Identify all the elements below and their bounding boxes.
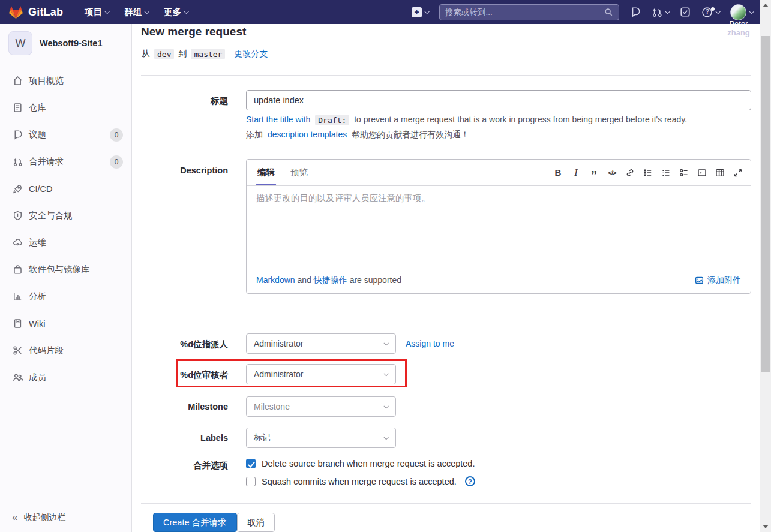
- sidebar-item-operations[interactable]: 运维: [0, 229, 131, 256]
- source-branch-badge: dev: [154, 49, 174, 59]
- search-icon: [604, 8, 613, 17]
- code-icon[interactable]: </>: [604, 165, 620, 181]
- brand-name: GitLab: [28, 6, 63, 19]
- create-merge-request-button[interactable]: Create 合并请求: [153, 513, 237, 532]
- project-sidebar: W Websoft9-Site1 项目概览 仓库 议题 0: [0, 24, 132, 532]
- squash-commits-checkbox[interactable]: [246, 477, 256, 486]
- italic-icon[interactable]: I: [568, 165, 584, 181]
- description-editor: 编辑 预览 B I ” </>: [246, 159, 751, 294]
- assignee-select[interactable]: Administrator: [246, 333, 396, 354]
- sidebar-item-cicd[interactable]: CI/CD: [0, 175, 131, 202]
- task-list-icon[interactable]: [676, 165, 692, 181]
- squash-help-icon[interactable]: ?: [465, 476, 475, 486]
- description-templates-link[interactable]: description templates: [268, 130, 347, 139]
- collapsible-section-icon[interactable]: [694, 165, 710, 181]
- user-menu[interactable]: Peter zhang: [730, 4, 753, 20]
- description-label: Description: [141, 166, 228, 175]
- editor-toolbar: 编辑 预览 B I ” </>: [247, 160, 751, 186]
- quick-actions-link[interactable]: 快捷操作: [314, 275, 347, 285]
- bullet-list-icon[interactable]: [640, 165, 656, 181]
- cancel-button[interactable]: 取消: [237, 513, 275, 532]
- reviewer-label: %d位审核者: [141, 369, 228, 381]
- shield-icon: [12, 211, 23, 221]
- title-help: Start the title with Draft: to prevent a…: [246, 115, 687, 124]
- global-search[interactable]: [439, 4, 619, 20]
- collapse-sidebar-button[interactable]: « 收起侧边栏: [0, 503, 131, 532]
- quote-icon[interactable]: ”: [586, 165, 602, 181]
- link-icon[interactable]: [622, 165, 638, 181]
- sidebar-item-issues[interactable]: 议题 0: [0, 121, 131, 148]
- rocket-icon: [12, 184, 23, 194]
- sidebar-item-wiki[interactable]: Wiki: [0, 310, 131, 337]
- project-name: Websoft9-Site1: [40, 38, 102, 48]
- change-branches-link[interactable]: 更改分支: [234, 49, 268, 59]
- nav-item-projects[interactable]: 项目: [85, 7, 109, 18]
- tanuki-icon: [8, 5, 23, 19]
- chart-icon: [12, 291, 23, 302]
- todos-icon[interactable]: [680, 7, 691, 17]
- title-label: 标题: [141, 95, 228, 107]
- plus-icon: +: [412, 7, 422, 17]
- merge-request-icon: [12, 157, 23, 167]
- title-input[interactable]: [246, 90, 751, 110]
- project-context[interactable]: W Websoft9-Site1: [0, 24, 131, 62]
- issues-icon[interactable]: [630, 7, 641, 17]
- sidebar-menu: 项目概览 仓库 议题 0 合并请求 0 CI/CD: [0, 67, 131, 391]
- merge-options-label: 合并选项: [141, 460, 228, 471]
- labels-label: Labels: [141, 433, 228, 443]
- numbered-list-icon[interactable]: [658, 165, 674, 181]
- sidebar-item-analytics[interactable]: 分析: [0, 283, 131, 310]
- search-input[interactable]: [445, 8, 604, 17]
- delete-source-branch-checkbox[interactable]: [246, 459, 256, 468]
- reviewer-select[interactable]: Administrator: [246, 364, 396, 384]
- page-title: New merge request: [141, 25, 246, 38]
- sidebar-item-merge-requests[interactable]: 合并请求 0: [0, 148, 131, 175]
- sidebar-item-security[interactable]: 安全与合规: [0, 202, 131, 229]
- user-avatar[interactable]: [730, 4, 746, 20]
- gitlab-logo[interactable]: GitLab: [8, 5, 63, 19]
- new-menu-button[interactable]: +: [412, 7, 428, 17]
- nav-item-groups[interactable]: 群组: [124, 7, 148, 18]
- divider: [141, 503, 751, 504]
- description-textarea[interactable]: [247, 186, 751, 267]
- draft-help-link[interactable]: Start the title with: [246, 115, 310, 124]
- bold-icon[interactable]: B: [550, 165, 566, 181]
- draft-code-badge: Draft:: [315, 115, 349, 125]
- tab-write[interactable]: 编辑: [257, 160, 275, 185]
- squash-commits-option: Squash commits when merge request is acc…: [246, 476, 475, 486]
- notification-dot: [711, 7, 715, 11]
- scrollbar-up-arrow[interactable]: [763, 4, 769, 7]
- issues-count-badge: 0: [110, 128, 123, 142]
- assign-to-me-link[interactable]: Assign to me: [406, 339, 454, 348]
- sidebar-item-snippets[interactable]: 代码片段: [0, 337, 131, 364]
- scissors-icon: [12, 345, 23, 356]
- branch-line: 从 dev 到 master 更改分支: [142, 49, 268, 59]
- sidebar-item-repository[interactable]: 仓库: [0, 94, 131, 121]
- project-avatar: W: [8, 31, 32, 55]
- merge-requests-icon[interactable]: [652, 7, 669, 17]
- scrollbar-thumb[interactable]: [761, 36, 770, 372]
- sidebar-item-members[interactable]: 成员: [0, 364, 131, 391]
- home-icon: [12, 76, 23, 86]
- tab-preview[interactable]: 预览: [290, 160, 308, 185]
- sidebar-item-project-overview[interactable]: 项目概览: [0, 67, 131, 94]
- package-icon: [12, 265, 23, 275]
- target-branch-badge: master: [191, 49, 225, 59]
- mr-count-badge: 0: [110, 155, 123, 169]
- cloud-gear-icon: [12, 238, 23, 248]
- nav-item-more[interactable]: 更多: [164, 7, 188, 18]
- attach-file-link[interactable]: 添加附件: [707, 275, 741, 286]
- scrollbar-down-arrow[interactable]: [763, 525, 769, 528]
- book-icon: [12, 318, 23, 329]
- help-icon[interactable]: ?: [701, 7, 719, 18]
- divider: [141, 317, 751, 317]
- labels-select[interactable]: 标记: [246, 428, 396, 448]
- markdown-link[interactable]: Markdown: [256, 275, 295, 285]
- attach-image-icon: [695, 276, 704, 285]
- delete-source-branch-option: Delete source branch when merge request …: [246, 459, 475, 468]
- users-icon: [12, 372, 23, 383]
- fullscreen-icon[interactable]: [730, 165, 746, 181]
- milestone-select[interactable]: Milestone: [246, 396, 396, 417]
- table-icon[interactable]: [712, 165, 728, 181]
- sidebar-item-packages[interactable]: 软件包与镜像库: [0, 256, 131, 283]
